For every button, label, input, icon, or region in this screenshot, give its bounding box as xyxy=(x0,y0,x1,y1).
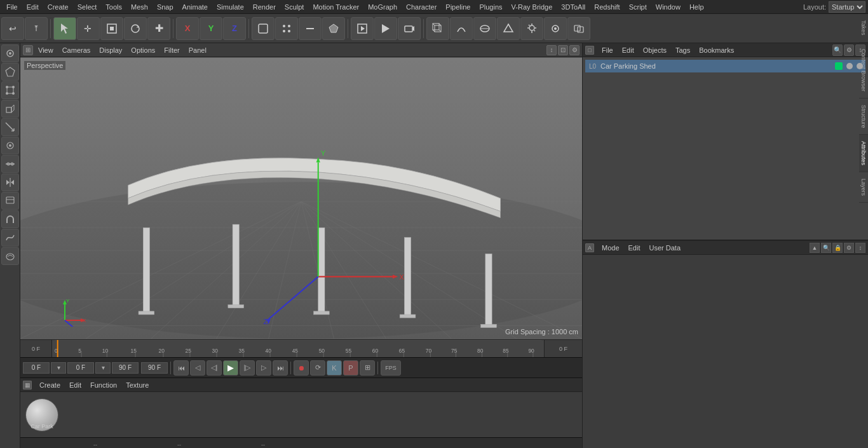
key-button[interactable]: K xyxy=(327,360,342,376)
menu-vray[interactable]: V-Ray Bridge xyxy=(508,2,557,12)
attr-lock-btn[interactable]: 🔒 xyxy=(832,243,843,253)
play-button[interactable]: ▶ xyxy=(223,360,238,376)
z-axis-button[interactable]: Z xyxy=(223,17,246,40)
render-button[interactable] xyxy=(374,17,397,40)
sidebar-btn-12[interactable] xyxy=(1,247,19,265)
menu-render[interactable]: Render xyxy=(249,2,280,12)
transform-tool-button[interactable]: ✚ xyxy=(147,17,170,40)
render-view-button[interactable] xyxy=(351,17,374,40)
nurbs-button[interactable] xyxy=(450,17,473,40)
auto-key-button[interactable]: P xyxy=(343,360,358,376)
obj-filter-btn[interactable]: ⚙ xyxy=(844,44,854,56)
object-mode-button[interactable] xyxy=(252,17,275,40)
obj-menu-file[interactable]: File xyxy=(598,45,617,55)
attr-settings-btn[interactable]: ⚙ xyxy=(844,243,854,253)
obj-menu-objects[interactable]: Objects xyxy=(639,45,670,55)
obj-row-car-parking[interactable]: L0 Car Parking Shed xyxy=(585,60,865,72)
mat-menu-texture[interactable]: Texture xyxy=(122,380,153,390)
obj-menu-bookmarks[interactable]: Bookmarks xyxy=(695,45,738,55)
menu-animate[interactable]: Animate xyxy=(179,2,212,12)
sidebar-btn-4[interactable] xyxy=(1,100,19,118)
menu-edit[interactable]: Edit xyxy=(23,2,43,12)
next-key-button[interactable]: |▷ xyxy=(240,360,255,376)
menu-redshift[interactable]: Redshift xyxy=(590,2,623,12)
obj-menu-edit[interactable]: Edit xyxy=(618,45,638,55)
vp-menu-display[interactable]: Display xyxy=(95,45,126,55)
mat-menu-edit[interactable]: Edit xyxy=(65,380,85,390)
generator-button[interactable] xyxy=(497,17,520,40)
menu-mesh[interactable]: Mesh xyxy=(127,2,152,12)
vp-menu-options[interactable]: Options xyxy=(127,45,159,55)
vp-menu-view[interactable]: View xyxy=(34,45,57,55)
viewport-expand-btn[interactable]: ↕ xyxy=(546,45,557,55)
layout-dropdown[interactable]: Startup xyxy=(829,1,865,13)
menu-tools[interactable]: Tools xyxy=(102,2,126,12)
sidebar-btn-3[interactable] xyxy=(1,81,19,99)
attr-menu-mode[interactable]: Mode xyxy=(598,243,623,253)
poly-mode-button[interactable] xyxy=(322,17,345,40)
mat-menu-function[interactable]: Function xyxy=(86,380,121,390)
sidebar-btn-2[interactable] xyxy=(1,63,19,81)
goto-start-button[interactable]: ⏮ xyxy=(173,360,189,376)
prev-key-button[interactable]: ◁| xyxy=(207,360,222,376)
frame-end-input[interactable] xyxy=(112,362,139,374)
mat-menu-create[interactable]: Create xyxy=(36,380,64,390)
fps-button[interactable]: FPS xyxy=(381,360,401,376)
viewport-lock-btn[interactable]: ⊡ xyxy=(558,45,568,55)
select-tool-button[interactable] xyxy=(53,17,76,40)
frame-start-input[interactable] xyxy=(23,362,50,374)
menu-3dtoall[interactable]: 3DToAll xyxy=(557,2,589,12)
record-button[interactable]: ⏺ xyxy=(294,360,309,376)
attr-menu-edit[interactable]: Edit xyxy=(625,243,644,253)
frame-max-input[interactable] xyxy=(141,362,168,374)
menu-help[interactable]: Help xyxy=(686,2,708,12)
vp-menu-cameras[interactable]: Cameras xyxy=(58,45,95,55)
menu-motion-tracker[interactable]: Motion Tracker xyxy=(309,2,363,12)
vtab-content-browser[interactable]: Content Browser xyxy=(859,43,868,98)
sidebar-btn-9[interactable] xyxy=(1,192,19,210)
menu-character[interactable]: Character xyxy=(402,2,440,12)
menu-plugins[interactable]: Plugins xyxy=(475,2,506,12)
menu-window[interactable]: Window xyxy=(652,2,684,12)
menu-simulate[interactable]: Simulate xyxy=(213,2,248,12)
timeline-track[interactable]: 0 5 10 15 20 25 30 35 40 45 50 55 xyxy=(52,340,544,357)
move-tool-button[interactable]: ✛ xyxy=(77,17,100,40)
rotate-tool-button[interactable] xyxy=(124,17,147,40)
prev-frame-button[interactable]: ◁ xyxy=(190,360,205,376)
menu-mograph[interactable]: MoGraph xyxy=(364,2,401,12)
menu-snap[interactable]: Snap xyxy=(153,2,177,12)
material-ball[interactable]: Car Park xyxy=(25,398,58,431)
deformer-button[interactable] xyxy=(473,17,496,40)
undo-button[interactable]: ↩ xyxy=(1,17,24,40)
y-axis-button[interactable]: Y xyxy=(200,17,222,40)
scale-tool-button[interactable] xyxy=(100,17,123,40)
attr-menu-userdata[interactable]: User Data xyxy=(646,243,685,253)
frame-current-input[interactable] xyxy=(67,362,94,374)
x-axis-button[interactable]: X xyxy=(176,17,199,40)
menu-pipeline[interactable]: Pipeline xyxy=(442,2,474,12)
viewport-layout-btn[interactable]: ⊞ xyxy=(23,45,33,55)
viewport-settings-btn[interactable]: ⚙ xyxy=(569,45,580,55)
obj-menu-tags[interactable]: Tags xyxy=(672,45,694,55)
sidebar-btn-5[interactable] xyxy=(1,118,19,136)
sidebar-btn-7[interactable] xyxy=(1,155,19,173)
light-button[interactable] xyxy=(520,17,543,40)
sidebar-btn-10[interactable] xyxy=(1,210,19,228)
menu-file[interactable]: File xyxy=(3,2,22,12)
sidebar-btn-8[interactable] xyxy=(1,173,19,191)
menu-create[interactable]: Create xyxy=(44,2,72,12)
menu-select[interactable]: Select xyxy=(74,2,101,12)
edge-mode-button[interactable] xyxy=(299,17,322,40)
goto-end-button[interactable]: ⏭ xyxy=(273,360,288,376)
vtab-structure[interactable]: Structure xyxy=(859,98,868,135)
attr-search-btn[interactable]: 🔍 xyxy=(821,243,831,253)
vp-menu-panel[interactable]: Panel xyxy=(185,45,210,55)
perspective-view-button[interactable] xyxy=(426,17,449,40)
boole-button[interactable] xyxy=(567,17,590,40)
sidebar-btn-6[interactable] xyxy=(1,137,19,154)
render-settings-button[interactable] xyxy=(398,17,421,40)
vtab-attributes[interactable]: Attributes xyxy=(859,135,868,172)
vtab-layers[interactable]: Layers xyxy=(859,172,868,203)
sidebar-btn-11[interactable] xyxy=(1,229,19,247)
camera-obj-button[interactable] xyxy=(544,17,567,40)
